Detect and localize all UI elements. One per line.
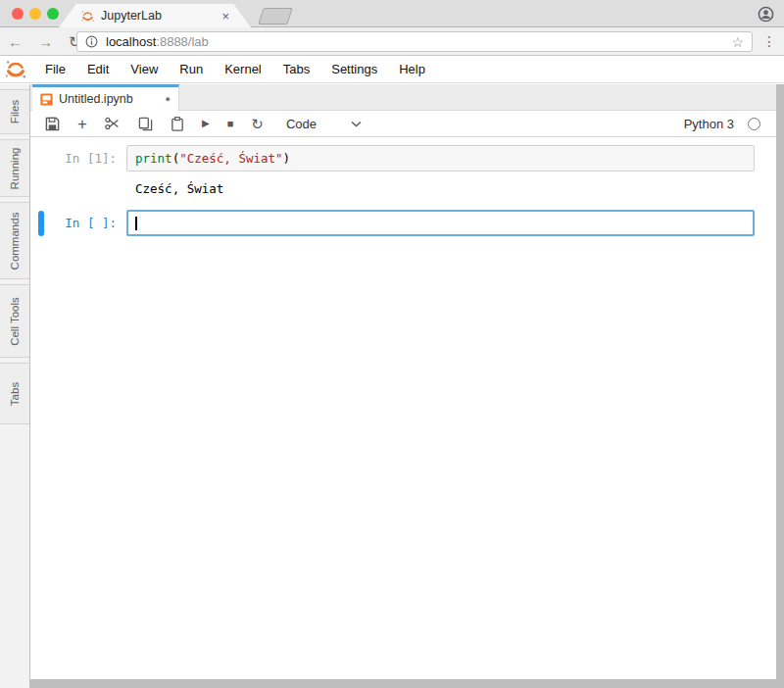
notebook-tab-untitled[interactable]: Untitled.ipynb ● bbox=[32, 84, 179, 111]
menu-help[interactable]: Help bbox=[388, 62, 436, 76]
bookmark-star-icon[interactable]: ☆ bbox=[731, 34, 744, 50]
url-text: localhost:8888/lab bbox=[106, 34, 725, 49]
jupyter-logo-icon bbox=[4, 58, 27, 81]
code-paren: ) bbox=[283, 151, 291, 166]
tab-close-icon[interactable]: × bbox=[221, 9, 229, 24]
code-string: "Cześć, Świat" bbox=[179, 151, 282, 166]
kernel-status-idle-icon bbox=[748, 118, 760, 130]
menu-tabs[interactable]: Tabs bbox=[272, 62, 320, 76]
close-window-button[interactable] bbox=[12, 8, 24, 20]
url-host: localhost bbox=[106, 34, 156, 49]
cell-1-output-area: Cześć, Świat bbox=[30, 178, 776, 197]
code-keyword: print bbox=[135, 151, 172, 166]
menu-settings[interactable]: Settings bbox=[320, 62, 388, 76]
text-cursor bbox=[135, 217, 137, 230]
menu-run[interactable]: Run bbox=[169, 62, 214, 76]
notebook-tab-bar: Untitled.ipynb ● bbox=[30, 84, 776, 111]
browser-menu-icon[interactable]: ⋮ bbox=[762, 31, 776, 52]
code-cell-1[interactable]: In [1]: print("Cześć, Świat") bbox=[30, 145, 776, 172]
back-icon[interactable]: ← bbox=[0, 34, 30, 49]
browser-tab-strip: JupyterLab × bbox=[0, 0, 784, 27]
forward-icon[interactable]: → bbox=[30, 34, 61, 49]
copy-cells-icon[interactable] bbox=[129, 117, 162, 131]
menu-edit[interactable]: Edit bbox=[76, 62, 120, 76]
zoom-window-button[interactable] bbox=[47, 8, 59, 20]
kernel-name[interactable]: Python 3 bbox=[684, 117, 734, 131]
code-editor-cell-2[interactable] bbox=[126, 210, 755, 236]
new-tab-button[interactable] bbox=[258, 8, 293, 25]
main-area: Files Running Commands Cell Tools Tabs bbox=[0, 84, 784, 688]
output-wrap: Cześć, Świat bbox=[126, 178, 231, 197]
notebook-file-icon bbox=[40, 93, 53, 106]
menu-view[interactable]: View bbox=[120, 62, 169, 76]
dock-panel: Untitled.ipynb ● + bbox=[30, 84, 784, 688]
notebook-panel: Untitled.ipynb ● + bbox=[30, 84, 776, 679]
sidebar-item-tabs[interactable]: Tabs bbox=[0, 363, 29, 424]
notebook-toolbar: + bbox=[30, 111, 776, 137]
browser-tab-title: JupyterLab bbox=[101, 9, 216, 23]
chevron-down-icon[interactable] bbox=[342, 121, 370, 127]
stop-kernel-icon[interactable]: ■ bbox=[219, 119, 243, 129]
sidebar-item-running[interactable]: Running bbox=[0, 139, 29, 197]
left-sidebar: Files Running Commands Cell Tools Tabs bbox=[0, 84, 30, 688]
notebook-content: In [1]: print("Cześć, Świat") Cześć, Świ… bbox=[30, 137, 776, 679]
code-editor-cell-1[interactable]: print("Cześć, Świat") bbox=[126, 145, 755, 172]
add-cell-icon[interactable]: + bbox=[69, 116, 96, 132]
page-info-icon[interactable] bbox=[85, 35, 98, 48]
sidebar-item-cell-tools[interactable]: Cell Tools bbox=[0, 284, 29, 358]
browser-tab-jupyterlab[interactable]: JupyterLab × bbox=[59, 4, 251, 27]
unsaved-changes-dot: ● bbox=[166, 94, 171, 104]
jupyter-favicon-icon bbox=[80, 9, 95, 24]
code-cell-2-active[interactable]: In [ ]: bbox=[30, 210, 776, 236]
address-bar[interactable]: localhost:8888/lab ☆ bbox=[76, 31, 753, 52]
cell-output-text: Cześć, Świat bbox=[135, 181, 223, 196]
sidebar-item-files[interactable]: Files bbox=[0, 89, 29, 134]
restart-kernel-icon[interactable]: ↻ bbox=[242, 117, 272, 131]
run-cell-icon[interactable]: ▶ bbox=[193, 119, 219, 128]
sidebar-item-commands[interactable]: Commands bbox=[0, 202, 29, 279]
menu-kernel[interactable]: Kernel bbox=[214, 62, 272, 76]
profile-avatar-icon[interactable] bbox=[758, 6, 774, 23]
menu-file[interactable]: File bbox=[34, 62, 76, 76]
save-icon[interactable] bbox=[36, 117, 69, 131]
notebook-tab-label: Untitled.ipynb bbox=[59, 92, 162, 106]
output-collapser[interactable] bbox=[38, 179, 44, 197]
jupyterlab-menubar: File Edit View Run Kernel Tabs Settings … bbox=[0, 56, 784, 83]
cell-type-dropdown[interactable]: Code bbox=[286, 117, 317, 131]
browser-window: JupyterLab × ← → ↻ localhost:8888 bbox=[0, 0, 784, 688]
url-path: :8888/lab bbox=[156, 34, 209, 49]
input-prompt: In [1]: bbox=[44, 145, 126, 172]
input-prompt-active: In [ ]: bbox=[44, 210, 126, 236]
browser-toolbar: ← → ↻ localhost:8888/lab ☆ ⋮ bbox=[0, 27, 784, 56]
paste-cells-icon[interactable] bbox=[162, 117, 193, 131]
cut-cells-icon[interactable] bbox=[96, 117, 129, 130]
minimize-window-button[interactable] bbox=[29, 8, 41, 20]
